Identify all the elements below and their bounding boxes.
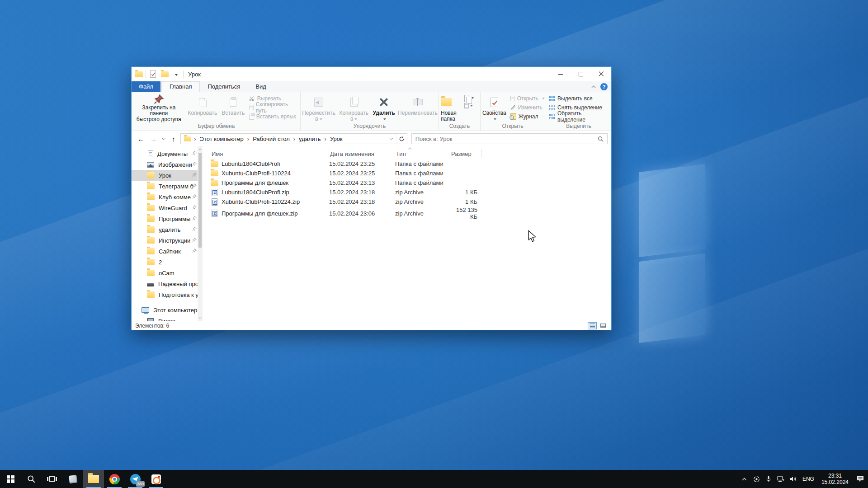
copy-to-button[interactable]: Копировать в <box>337 93 371 122</box>
invert-selection-button[interactable]: Обратить выделение <box>547 112 612 121</box>
history-button[interactable]: Журнал <box>508 112 547 121</box>
column-headers: Имя Дата изменения Тип Размер <box>211 148 611 159</box>
open-button[interactable]: Открыть <box>508 94 547 103</box>
tray-expand-button[interactable] <box>738 470 750 488</box>
file-row[interactable]: Программы для флешек.zip 15.02.2024 23:0… <box>211 206 611 216</box>
details-view-button[interactable] <box>588 322 597 329</box>
taskbar-explorer-button[interactable] <box>83 470 104 488</box>
breadcrumb-urok[interactable]: Урок <box>327 135 346 143</box>
select-none-icon <box>549 105 555 111</box>
sidebar-item-2[interactable]: 2 <box>132 257 203 267</box>
select-all-button[interactable]: Выделить все <box>547 94 612 103</box>
breadcrumb-this-pc[interactable]: Этот компьютер <box>197 135 247 143</box>
column-header-type[interactable]: Тип <box>395 149 450 158</box>
back-button[interactable]: ← <box>135 133 146 144</box>
copy-path-button[interactable]: Скопировать путь <box>247 103 300 112</box>
help-button[interactable]: ? <box>600 83 608 90</box>
search-input[interactable]: Поиск в: Урок <box>411 133 608 144</box>
delete-button[interactable]: Удалить <box>371 93 397 122</box>
tray-recorder-icon[interactable] <box>750 470 763 488</box>
sidebar-item-programs[interactable]: Программы <box>132 213 203 224</box>
properties-button[interactable]: Свойства <box>481 93 508 122</box>
sidebar-scrollbar[interactable] <box>198 146 203 321</box>
collapse-ribbon-icon[interactable] <box>591 85 596 88</box>
address-dropdown-button[interactable] <box>387 134 396 144</box>
tab-view[interactable]: Вид <box>248 82 274 92</box>
close-button[interactable] <box>591 67 611 81</box>
sidebar-item-this-pc[interactable]: Этот компьютер <box>132 305 203 315</box>
thumbnails-view-icon <box>600 324 606 328</box>
move-to-button[interactable]: Переместить в <box>301 93 337 122</box>
breadcrumb-desktop[interactable]: Рабочий стол <box>250 135 293 143</box>
maximize-button[interactable] <box>571 67 591 81</box>
qat-properties-button[interactable] <box>149 70 157 78</box>
tray-network-icon[interactable] <box>775 470 787 488</box>
tab-file[interactable]: Файл <box>132 81 160 92</box>
file-row[interactable]: Программы для флешек 15.02.2024 23:13 Па… <box>211 178 611 188</box>
forward-button[interactable]: → <box>148 133 159 144</box>
start-button[interactable] <box>0 470 21 488</box>
file-row[interactable]: Lubuntu1804ClubProfi 15.02.2024 23:25 Па… <box>211 159 611 169</box>
scroll-up-icon[interactable] <box>198 148 202 151</box>
new-folder-button[interactable]: Новая папка <box>439 93 464 122</box>
taskbar-notepad-button[interactable] <box>62 470 83 488</box>
paste-shortcut-button[interactable]: Вставить ярлык <box>247 112 300 121</box>
taskbar-recorder-button[interactable] <box>146 470 166 488</box>
language-indicator[interactable]: ENG <box>799 476 817 482</box>
recent-locations-button[interactable] <box>160 133 167 144</box>
column-header-size[interactable]: Размер <box>450 149 482 158</box>
rename-button[interactable]: Переименовать <box>397 93 439 122</box>
up-button[interactable]: ↑ <box>168 133 179 144</box>
sidebar-item-drive[interactable]: Надежный про <box>132 278 203 289</box>
window-folder-icon <box>135 71 143 77</box>
search-icon <box>27 475 35 483</box>
file-row[interactable]: Xubuntu-ClubProfi-110224.zip 15.02.2024 … <box>211 197 611 206</box>
taskbar-telegram-button[interactable]: 380 <box>125 470 146 488</box>
task-view-button[interactable] <box>42 470 62 488</box>
tray-microphone-icon[interactable] <box>763 470 775 488</box>
sidebar-item-urok[interactable]: Урок <box>132 170 203 181</box>
taskbar-clock[interactable]: 23:31 15.02.2024 <box>817 473 853 485</box>
file-row[interactable]: Xubuntu-ClubProfi-110224 15.02.2024 23:2… <box>211 169 611 178</box>
action-center-button[interactable] <box>853 470 868 488</box>
column-header-name[interactable]: Имя <box>211 149 329 158</box>
paste-button[interactable]: Вставить <box>220 93 246 122</box>
sidebar-item-ocam[interactable]: oCam <box>132 267 203 278</box>
sidebar-item-documents[interactable]: Документы <box>132 148 203 159</box>
qat-new-folder-button[interactable] <box>160 70 169 78</box>
column-header-date[interactable]: Дата изменения <box>329 149 395 158</box>
copy-icon <box>199 94 206 110</box>
pin-to-quick-access-button[interactable]: Закрепить на панели быстрого доступа <box>132 93 185 122</box>
title-bar[interactable]: Урок <box>132 67 611 81</box>
scroll-down-icon[interactable] <box>198 316 202 319</box>
tab-home[interactable]: Главная <box>161 81 200 92</box>
scrollbar-thumb[interactable] <box>198 153 202 248</box>
qat-customize-button[interactable] <box>172 70 180 78</box>
edit-button[interactable]: Изменить <box>508 103 547 112</box>
sidebar-item-video[interactable]: Видео <box>132 315 203 321</box>
sidebar-item-udalit[interactable]: удалить <box>132 224 203 235</box>
minimize-button[interactable] <box>550 67 571 81</box>
tab-share[interactable]: Поделиться <box>200 82 248 92</box>
folder-icon <box>147 259 155 265</box>
refresh-button[interactable] <box>396 134 407 144</box>
tray-volume-icon[interactable] <box>787 470 799 488</box>
address-bar[interactable]: › Этот компьютер › Рабочий стол › удалит… <box>180 133 407 144</box>
taskbar-chrome-button[interactable] <box>104 470 125 488</box>
clock-time: 23:31 <box>821 473 849 479</box>
sidebar-item-wireguard[interactable]: WireGuard <box>132 202 203 213</box>
sidebar-item-podgotovka[interactable]: Подготовка к у <box>132 289 203 300</box>
copy-button[interactable]: Копировать <box>185 93 220 122</box>
sidebar-item-club[interactable]: Клуб комме <box>132 192 203 202</box>
sidebar-item-saitkik[interactable]: Сайткик <box>132 246 203 257</box>
file-row[interactable]: Lubuntu1804ClubProfi.zip 15.02.2024 23:1… <box>211 188 611 197</box>
group-label-organize: Упорядочить <box>301 123 439 131</box>
thumbnails-view-button[interactable] <box>599 322 608 329</box>
sidebar-item-telegram[interactable]: Телеграмм б <box>132 181 203 192</box>
breadcrumb-udalit[interactable]: удалить <box>296 135 324 143</box>
sidebar-item-instructions[interactable]: Инструкции <box>132 235 203 246</box>
sidebar-item-pictures[interactable]: Изображени <box>132 159 203 170</box>
folder-icon <box>147 237 155 244</box>
easy-access-button[interactable] <box>464 95 474 101</box>
taskbar-search-button[interactable] <box>21 470 42 488</box>
